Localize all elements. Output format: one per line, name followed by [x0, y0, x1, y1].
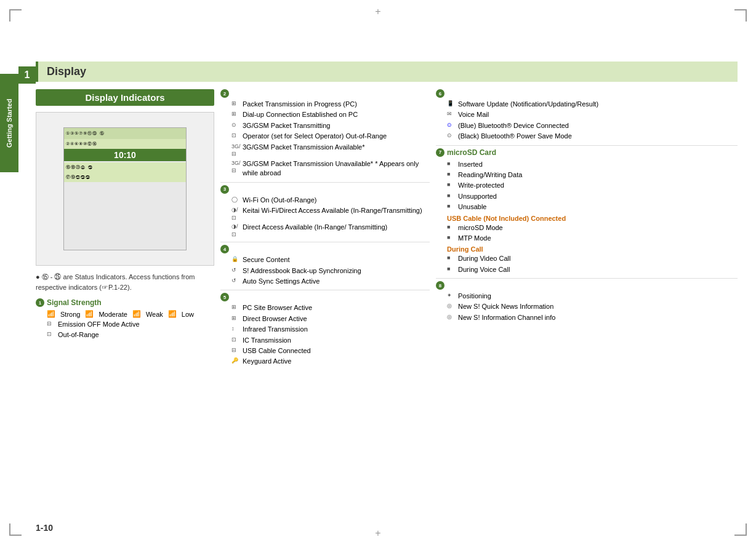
microsd-mode-row: ■ microSD Mode [447, 223, 738, 233]
phone-status-bar-2: ② ④ ⑥ ⑧ ⑩ ⑫ ⑭ [64, 139, 186, 149]
section-4-number: 4 [220, 245, 229, 253]
ic-transmission-icon: ⊡ [231, 336, 240, 344]
during-voice-call-label: During Voice Call [458, 265, 510, 274]
direct-browser-row: ⊞ Direct Browser Active [231, 314, 430, 324]
pc-site-browser-row: ⊞ PC Site Browser Active [231, 303, 430, 312]
microsd-reading-icon: ■ [447, 170, 456, 178]
quick-news-label: New S! Quick News Information [458, 302, 553, 311]
info-channel-icon: ◎ [447, 313, 456, 321]
bluetooth-blue-row: ⊙ (Blue) Bluetooth® Device Connected [447, 121, 738, 130]
addressbook-sync-icon: ↺ [231, 266, 240, 274]
center-top-cross: + [375, 6, 380, 17]
operator-label: Operator (set for Select Operator) Out-o… [243, 132, 387, 141]
microsd-mode-icon: ■ [447, 223, 456, 231]
section-8-header: 8 [436, 281, 738, 290]
signal-icon-strong: 📶 [47, 310, 55, 318]
microsd-unsupported-label: Unsupported [458, 192, 497, 201]
quick-news-row: ◎ New S! Quick News Information [447, 302, 738, 311]
bluetooth-blue-icon: ⊙ [447, 121, 456, 129]
microsd-write-protected-label: Write-protected [458, 181, 504, 190]
wifi-on-row: ◯ Wi-Fi On (Out-of-Range) [231, 196, 430, 205]
section-3-items: ◯ Wi-Fi On (Out-of-Range) ◑/⊡ Keitai Wi-… [231, 196, 430, 239]
emission-off-label: Emission OFF Mode Active [58, 320, 140, 329]
microsd-write-protected-row: ■ Write-protected [447, 181, 738, 190]
section-2-items: ⊞ Packet Transmission in Progress (PC) ⊞… [231, 100, 430, 178]
section-5-header: 5 [220, 293, 430, 301]
section-7-items: ■ Inserted ■ Reading/Writing Data ■ Writ… [447, 160, 738, 212]
direct-browser-icon: ⊞ [231, 314, 240, 322]
positioning-row: ✦ Positioning [447, 292, 738, 301]
signal-label-weak: Weak [146, 311, 163, 318]
out-of-range-label: Out-of-Range [58, 330, 99, 340]
keyguard-icon: 🔑 [231, 357, 240, 365]
section-8: 8 ✦ Positioning ◎ New S! Quick News Info… [436, 281, 738, 322]
3g-unavailable-icon: 3G/⊟ [231, 159, 240, 175]
divider-3-4 [220, 242, 430, 242]
center-bottom-cross: + [375, 528, 380, 539]
microsd-reading-row: ■ Reading/Writing Data [447, 170, 738, 180]
page-number: 1-10 [36, 523, 53, 533]
signal-strength-levels: 📶 Strong 📶 Moderate 📶 Weak 📶 Low [47, 310, 214, 318]
section-7: 7 microSD Card ■ Inserted ■ Reading/Writ… [436, 148, 738, 275]
usb-cable-icon: ⊟ [231, 346, 240, 354]
section-4: 4 🔒 Secure Content ↺ S! Addressbook Back… [220, 245, 430, 286]
section-2-number: 2 [220, 89, 229, 98]
during-call-items: ■ During Video Call ■ During Voice Call [447, 254, 738, 274]
during-video-call-label: During Video Call [458, 254, 510, 263]
3g-packet-label: 3G/GSM Packet Transmitting [243, 121, 330, 130]
bluetooth-black-row: ⊙ (Black) Bluetooth® Power Save Mode [447, 132, 738, 141]
microsd-inserted-row: ■ Inserted [447, 160, 738, 169]
microsd-inserted-icon: ■ [447, 160, 456, 168]
infrared-icon: ↕ [231, 325, 240, 333]
section-7-header: 7 microSD Card [436, 148, 738, 158]
page-header: Display [36, 62, 738, 82]
operator-out-of-range-row: ⊡ Operator (set for Select Operator) Out… [231, 132, 430, 141]
addressbook-sync-row: ↺ S! Addressbook Back-up Synchronizing [231, 266, 430, 276]
keyguard-label: Keyguard Active [243, 357, 292, 366]
out-of-range-row: ⊡ Out-of-Range [47, 330, 214, 340]
corner-mark-br [734, 523, 747, 536]
quick-news-icon: ◎ [447, 302, 456, 310]
microsd-unsupported-icon: ■ [447, 192, 456, 200]
direct-browser-label: Direct Browser Active [243, 314, 307, 324]
during-video-call-row: ■ During Video Call [447, 254, 738, 263]
dialup-label: Dial-up Connection Established on PC [243, 110, 358, 119]
section-8-number: 8 [436, 281, 444, 290]
keitai-wifi-label: Keitai Wi-Fi/Direct Access Available (In… [243, 206, 422, 215]
ic-transmission-label: IC Transmission [243, 336, 291, 345]
3g-unavailable-label: 3G/GSM Packet Transmission Unavailable* … [243, 159, 430, 178]
microsd-unsupported-row: ■ Unsupported [447, 192, 738, 201]
signal-icon-low: 📶 [168, 310, 177, 318]
signal-strength-section: 1 Signal Strength 📶 Strong 📶 Moderate 📶 … [36, 298, 214, 340]
packet-pc-icon: ⊞ [231, 100, 240, 108]
keitai-wifi-row: ◑/⊡ Keitai Wi-Fi/Direct Access Available… [231, 206, 430, 221]
middle-column: 2 ⊞ Packet Transmission in Progress (PC)… [220, 89, 430, 505]
signal-number-circle: 1 [36, 298, 44, 307]
section-3-header: 3 [220, 185, 430, 194]
emission-off-icon: ⊟ [47, 320, 55, 328]
microsd-inserted-label: Inserted [458, 160, 483, 169]
corner-mark-bl [9, 523, 22, 536]
infrared-transmission-row: ↕ Infrared Transmission [231, 325, 430, 334]
bluetooth-black-icon: ⊙ [447, 132, 456, 140]
mtp-mode-label: MTP Mode [458, 234, 491, 243]
section-2-header: 2 [220, 89, 430, 98]
software-update-row: 📱 Software Update (Notification/Updating… [447, 100, 738, 109]
voice-mail-icon: ✉ [447, 110, 456, 118]
positioning-icon: ✦ [447, 292, 456, 300]
3g-available-icon: 3G/⊟ [231, 143, 240, 158]
3g-gsm-packet-row: ⊙ 3G/GSM Packet Transmitting [231, 121, 430, 130]
pc-site-browser-icon: ⊞ [231, 303, 240, 311]
addressbook-sync-label: S! Addressbook Back-up Synchronizing [243, 266, 361, 276]
mtp-mode-icon: ■ [447, 234, 456, 242]
divider-7-8 [436, 278, 738, 279]
ic-transmission-row: ⊡ IC Transmission [231, 336, 430, 345]
out-of-range-icon: ⊡ [47, 330, 55, 338]
during-voice-call-row: ■ During Voice Call [447, 265, 738, 274]
chapter-number: 1 [18, 66, 36, 84]
section-6: 6 📱 Software Update (Notification/Updati… [436, 89, 738, 141]
secure-content-row: 🔒 Secure Content [231, 255, 430, 265]
divider-4-5 [220, 290, 430, 290]
microsd-write-protected-icon: ■ [447, 181, 456, 189]
left-column: Display Indicators ① ③ ⑤ ⑦ ⑨ ⑪ ⑬ ⑮ [36, 89, 214, 505]
